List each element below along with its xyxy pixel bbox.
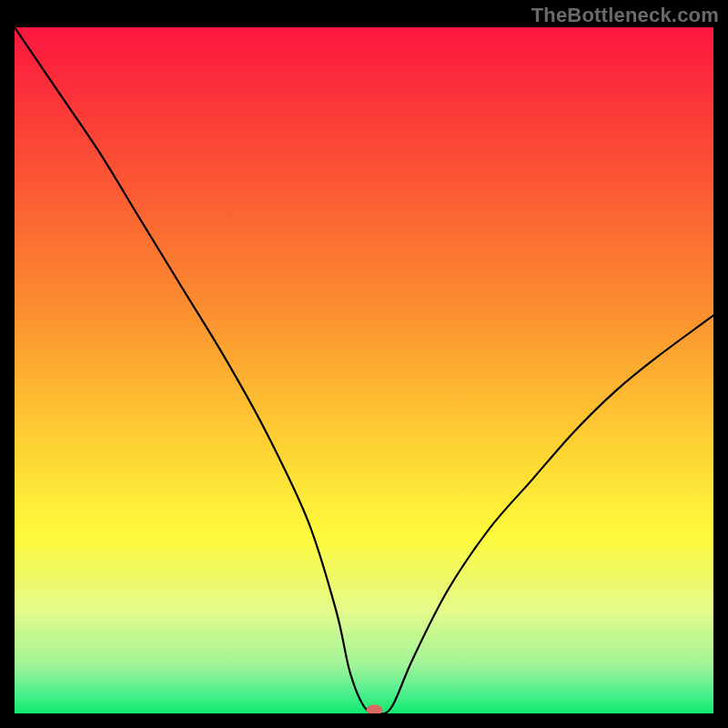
gradient-background [15, 27, 713, 713]
chart-svg [15, 27, 713, 713]
plot-area [15, 27, 713, 713]
chart-frame: TheBottleneck.com [0, 0, 728, 728]
watermark-text: TheBottleneck.com [531, 4, 719, 27]
